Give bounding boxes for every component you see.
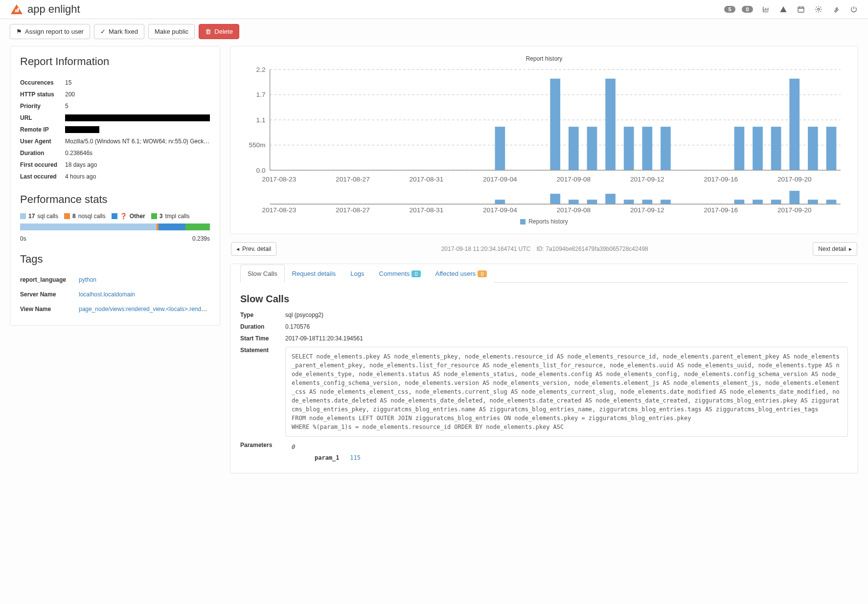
tab-affected-users[interactable]: Affected users0	[428, 265, 494, 283]
mail-badge: 5	[724, 6, 735, 13]
svg-text:2017-09-16: 2017-09-16	[704, 206, 738, 214]
delete-button[interactable]: 🗑Delete	[199, 24, 239, 39]
svg-rect-54	[753, 200, 763, 204]
sql-swatch	[20, 213, 26, 219]
prev-detail-button[interactable]: ◂ Prev. detail	[231, 242, 276, 256]
svg-rect-34	[826, 127, 837, 170]
svg-rect-33	[808, 127, 818, 170]
perf-seg-tmpl	[185, 224, 210, 230]
detail-id: 7a1094be8261479fa39b065728c42498	[546, 246, 648, 252]
svg-text:2017-09-04: 2017-09-04	[483, 206, 517, 214]
mark-fixed-button[interactable]: ✓Mark fixed	[94, 24, 144, 39]
slow-params: 0 param_1 115	[285, 442, 848, 463]
tab-comments[interactable]: Comments0	[372, 265, 428, 283]
svg-rect-21	[495, 127, 505, 170]
nosql-swatch	[64, 213, 70, 219]
slow-statement: SELECT node_elements.pkey AS node_elemen…	[285, 347, 848, 437]
perf-seg-sql	[20, 224, 157, 230]
chart-legend: Reports history	[240, 218, 848, 225]
chevron-right-icon: ▸	[849, 246, 852, 252]
svg-rect-58	[826, 200, 837, 204]
tab-slow-calls[interactable]: Slow Calls	[240, 265, 285, 283]
svg-text:2017-09-08: 2017-09-08	[556, 176, 591, 183]
slow-type: sql (psycopg2)	[285, 312, 848, 318]
svg-rect-53	[734, 200, 745, 204]
svg-text:2017-08-31: 2017-08-31	[410, 176, 444, 183]
svg-rect-29	[734, 127, 745, 170]
tab-request-details[interactable]: Request details	[285, 265, 343, 283]
trash-icon: 🗑	[205, 28, 211, 35]
svg-rect-51	[642, 200, 652, 204]
slow-calls-panel: Slow Calls Request details Logs Comments…	[230, 264, 858, 473]
gear-icon[interactable]	[814, 5, 823, 14]
svg-rect-28	[661, 127, 671, 170]
tag-server-link[interactable]: localhost.localdomain	[79, 291, 135, 298]
brand-block[interactable]: app enlight	[10, 3, 80, 16]
svg-rect-24	[587, 127, 597, 170]
perf-legend: 17 sql calls 8 nosql calls ❓ Other 3 tmp…	[20, 213, 210, 220]
svg-text:1.7: 1.7	[256, 91, 266, 98]
history-brush-chart[interactable]: 2017-08-232017-08-272017-08-312017-09-04…	[240, 185, 848, 215]
svg-text:2017-09-04: 2017-09-04	[483, 176, 517, 183]
svg-rect-46	[550, 194, 560, 204]
logo-icon	[10, 3, 23, 15]
assign-button[interactable]: ⚑Assign report to user	[10, 24, 90, 39]
param-value-link[interactable]: 115	[350, 454, 361, 461]
warning-icon[interactable]	[779, 5, 788, 14]
tab-logs[interactable]: Logs	[343, 265, 371, 283]
slow-start: 2017-09-18T11:20:34.194561	[285, 335, 848, 342]
svg-rect-52	[661, 200, 671, 204]
power-icon[interactable]	[849, 5, 858, 14]
next-detail-button[interactable]: Next detail ▸	[813, 242, 857, 256]
svg-text:2017-08-27: 2017-08-27	[336, 176, 370, 183]
svg-rect-50	[624, 200, 634, 204]
svg-text:2017-09-20: 2017-09-20	[777, 176, 812, 183]
svg-rect-31	[771, 127, 781, 170]
report-info-panel: Report Information Occurences15 HTTP sta…	[10, 46, 220, 326]
svg-rect-45	[495, 200, 505, 204]
svg-rect-48	[587, 200, 597, 204]
svg-rect-55	[771, 200, 781, 204]
svg-rect-30	[753, 127, 763, 170]
help-icon: ❓	[120, 213, 127, 220]
svg-text:2017-09-08: 2017-09-08	[556, 206, 591, 214]
chart-title: Report history	[240, 55, 848, 62]
make-public-button[interactable]: Make public	[148, 24, 195, 39]
svg-text:550m: 550m	[249, 141, 265, 149]
svg-text:2017-09-16: 2017-09-16	[704, 176, 738, 183]
bell-icon[interactable]: 0	[744, 5, 753, 14]
affected-badge: 0	[478, 270, 486, 277]
svg-text:2017-09-20: 2017-09-20	[777, 206, 812, 214]
tag-lang-link[interactable]: python	[79, 276, 96, 283]
svg-rect-23	[569, 127, 579, 170]
svg-text:2017-09-12: 2017-09-12	[630, 176, 664, 183]
svg-rect-32	[789, 79, 799, 170]
brand-text: app enlight	[27, 3, 80, 16]
history-chart-panel: Report history 0.0550m1.11.72.22017-08-2…	[230, 46, 858, 234]
svg-text:1.1: 1.1	[256, 116, 266, 124]
tag-view-link[interactable]: page_node/views:rendered_view.<locals>.r…	[79, 306, 210, 313]
other-swatch	[112, 213, 117, 219]
perf-bar	[20, 224, 210, 230]
wrench-icon[interactable]	[832, 5, 841, 14]
svg-rect-26	[624, 127, 634, 170]
svg-rect-49	[605, 194, 616, 204]
tmpl-swatch	[151, 213, 157, 219]
svg-rect-57	[808, 200, 818, 204]
slow-calls-heading: Slow Calls	[240, 293, 848, 305]
url-redacted	[65, 114, 210, 121]
detail-ts: 2017-09-18 11:20:34.164741 UTC	[441, 246, 531, 252]
history-chart: 0.0550m1.11.72.22017-08-232017-08-272017…	[240, 65, 848, 183]
calendar-icon[interactable]	[797, 5, 805, 14]
chart-icon[interactable]	[761, 5, 770, 14]
svg-rect-1	[798, 7, 804, 12]
check-icon: ✓	[100, 28, 106, 35]
ip-redacted	[65, 126, 99, 133]
svg-rect-22	[550, 79, 560, 170]
report-info-title: Report Information	[20, 55, 210, 68]
svg-text:2017-09-12: 2017-09-12	[630, 206, 664, 214]
mail-icon[interactable]: 5	[726, 5, 735, 14]
svg-text:2.2: 2.2	[256, 66, 266, 73]
svg-point-2	[818, 8, 820, 10]
flag-icon: ⚑	[16, 28, 22, 35]
